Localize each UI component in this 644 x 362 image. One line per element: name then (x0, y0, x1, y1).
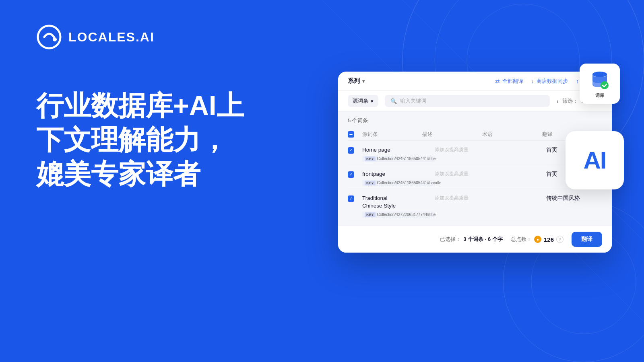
headline-line1: 行业数据库+AI上 (36, 88, 244, 123)
th-term: 术语 (482, 131, 542, 138)
selected-value: 3 个词条 · 6 个字 (463, 236, 503, 243)
db-card-label: 词库 (595, 93, 604, 99)
translate-all-icon: ⇄ (495, 78, 500, 84)
points-area: 总点数： ● 126 ? (511, 236, 564, 243)
footer-selected-info: 已选择： 3 个词条 · 6 个字 (440, 236, 503, 243)
checkbox-2[interactable]: ✓ (348, 171, 354, 178)
sync-store-button[interactable]: ↓ 商店数据同步 (531, 78, 568, 85)
source-text-2: frontpage (362, 171, 435, 178)
checkbox-1[interactable]: ✓ (348, 147, 354, 154)
source-tag-3: KEY Collection/42722063177744#title (362, 212, 435, 218)
row-checkbox-2[interactable]: ✓ (348, 171, 362, 178)
checkmark-icon: ✓ (349, 148, 353, 152)
terms-count: 5 个词条 (348, 117, 602, 124)
selected-label: 已选择： (440, 236, 461, 243)
series-label: 系列 (348, 77, 360, 85)
table-row: ✓ TraditionalChinese Style KEY Collectio… (348, 189, 602, 221)
svg-point-9 (592, 72, 607, 77)
checkbox-3[interactable]: ✓ (348, 195, 354, 202)
headline: 行业数据库+AI上 下文理解能力， 媲美专家译者 (36, 88, 244, 191)
select-all-checkbox[interactable] (348, 131, 354, 138)
th-desc: 描述 (422, 131, 482, 138)
series-dropdown[interactable]: 系列 ▾ (348, 77, 365, 85)
cell-desc-2: 添加以提高质量 (435, 171, 491, 177)
coin-icon: ● (534, 236, 541, 243)
filter-label: 筛选： (562, 97, 578, 105)
source-tag-2: KEY Collection/42451186505441#handle (362, 180, 435, 186)
translate-all-label: 全部翻译 (502, 78, 523, 85)
row-checkbox-1[interactable]: ✓ (348, 146, 362, 154)
terms-dropdown[interactable]: 源词条 ▾ (348, 95, 378, 107)
svg-point-8 (53, 37, 57, 41)
ai-card: AI (566, 131, 624, 189)
headline-line3: 媲美专家译者 (36, 157, 244, 191)
translate-button[interactable]: 翻译 (572, 232, 602, 247)
brand-name: LOCALES.AI (68, 30, 155, 45)
headline-line2: 下文理解能力， (36, 123, 244, 157)
window-header: 系列 ▾ ⇄ 全部翻译 ↓ 商店数据同步 ↑ 翻译同步 (338, 72, 612, 91)
table-header: 源词条 描述 术语 翻译 (348, 128, 602, 141)
chevron-down-icon: ▾ (362, 78, 365, 84)
sync-store-icon: ↓ (531, 78, 534, 84)
logo-icon (36, 24, 62, 50)
logo-area: LOCALES.AI (36, 24, 155, 50)
search-placeholder: 输入关键词 (400, 97, 426, 105)
table-row: ✓ Home page KEY Collection/4245118650544… (348, 141, 602, 165)
cell-desc-1: 添加以提高质量 (435, 146, 491, 153)
terms-chevron-icon: ▾ (371, 98, 374, 104)
th-checkbox (348, 131, 362, 138)
cell-translation-3: 传统中国风格 (546, 195, 602, 202)
checkmark-icon: ✓ (349, 197, 353, 201)
db-card: 词库 (580, 64, 620, 104)
window-footer: 已选择： 3 个词条 · 6 个字 总点数： ● 126 ? 翻译 (338, 226, 612, 253)
help-icon[interactable]: ? (556, 236, 564, 243)
app-window: 词库 AI 系列 ▾ ⇄ 全部翻译 ↓ 商店数据同步 ↑ 翻译同步 (338, 72, 612, 253)
source-tag-1: KEY Collection/42451186505441#title (362, 156, 435, 162)
database-icon (589, 69, 610, 90)
svg-point-10 (601, 81, 609, 89)
cell-source-1: Home page KEY Collection/42451186505441#… (362, 146, 435, 162)
search-box[interactable]: 🔍 输入关键词 (385, 95, 550, 107)
points-label: 总点数： (511, 236, 532, 243)
minus-icon (349, 134, 353, 135)
sync-store-label: 商店数据同步 (537, 78, 568, 85)
row-checkbox-3[interactable]: ✓ (348, 195, 362, 202)
svg-point-7 (38, 26, 60, 48)
search-icon: 🔍 (390, 98, 397, 104)
desc-text-3: 添加以提高质量 (435, 195, 491, 202)
table-row: ✓ frontpage KEY Collection/4245118650544… (348, 165, 602, 189)
cell-desc-3: 添加以提高质量 (435, 195, 491, 202)
filter-icon: ⫶ (556, 98, 559, 104)
points-value: 126 (544, 236, 554, 243)
source-text-1: Home page (362, 146, 435, 154)
ai-text: AI (584, 146, 606, 174)
window-toolbar: 源词条 ▾ 🔍 输入关键词 ⫶ 筛选： 全部词条 (338, 91, 612, 111)
translation-text-3: 传统中国风格 (546, 195, 602, 202)
source-text-3: TraditionalChinese Style (362, 195, 435, 210)
sync-translation-icon: ↑ (576, 78, 579, 84)
cell-source-2: frontpage KEY Collection/42451186505441#… (362, 171, 435, 186)
desc-text-1: 添加以提高质量 (435, 146, 491, 153)
cell-source-3: TraditionalChinese Style KEY Collection/… (362, 195, 435, 218)
translate-all-button[interactable]: ⇄ 全部翻译 (495, 78, 523, 85)
th-source: 源词条 (362, 131, 422, 138)
checkmark-icon: ✓ (349, 173, 353, 177)
desc-text-2: 添加以提高质量 (435, 171, 491, 177)
terms-dropdown-label: 源词条 (353, 97, 368, 105)
